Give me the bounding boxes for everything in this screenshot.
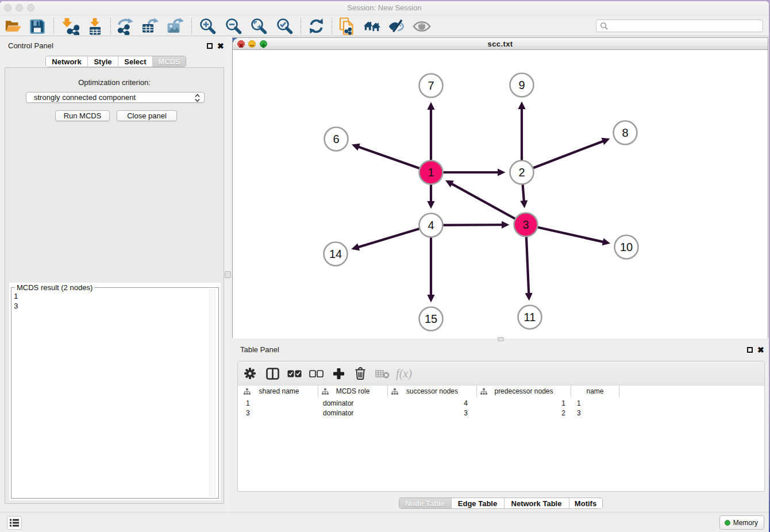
fx-icon: f(x) <box>396 367 412 380</box>
toolbar-separator <box>110 18 111 34</box>
home-icon <box>363 19 382 34</box>
table-cell-r0-c1[interactable]: dominator <box>323 399 388 408</box>
zoom-out-button[interactable] <box>223 17 244 35</box>
column-header-successor-nodes[interactable]: successor nodes <box>388 385 477 397</box>
status-bar: Memory <box>0 512 769 532</box>
table-panel-float-button[interactable] <box>747 347 753 353</box>
table-cell-r1-c0[interactable]: 3 <box>246 408 318 418</box>
table-panel: Table Panel ✖ <box>232 342 769 512</box>
export-network-button[interactable] <box>115 17 136 35</box>
export-image-button[interactable] <box>165 17 186 35</box>
eye-slash-icon <box>388 19 406 34</box>
import-network-button[interactable] <box>60 17 81 35</box>
graph-node-label-11: 11 <box>524 311 536 323</box>
table-cell-r1-c3[interactable]: 2 <box>477 408 565 418</box>
criterion-select[interactable]: strongly connected component <box>26 92 205 103</box>
zoom-in-button[interactable] <box>197 17 218 35</box>
control-panel-float-button[interactable] <box>207 43 213 49</box>
search-input[interactable] <box>596 20 763 32</box>
result-scrollbar[interactable] <box>209 289 215 497</box>
table-cell-r1-c1[interactable]: dominator <box>323 408 388 418</box>
export-table-button[interactable] <box>140 17 160 35</box>
mcds-result-text[interactable]: 1 3 <box>14 291 18 311</box>
criterion-value: strongly connected component <box>34 93 136 102</box>
tab-style[interactable]: Style <box>87 56 118 67</box>
graph-node-label-7: 7 <box>428 79 434 92</box>
tab-network-table[interactable]: Network Table <box>504 498 569 508</box>
task-history-button[interactable] <box>7 516 22 530</box>
table-cell-r0-c3[interactable]: 1 <box>477 399 565 408</box>
graph-node-label-10: 10 <box>620 241 633 253</box>
import-table-icon <box>86 18 103 35</box>
import-table-button[interactable] <box>84 17 105 35</box>
deselect-all-button[interactable] <box>306 364 326 383</box>
tab-motifs[interactable]: Motifs <box>569 498 602 508</box>
home-view-button[interactable] <box>362 17 383 35</box>
memory-button[interactable]: Memory <box>719 515 764 530</box>
table-cell-r0-c0[interactable]: 1 <box>246 399 318 408</box>
control-panel-tabs: NetworkStyleSelectMCDS <box>45 56 186 67</box>
hide-selected-button[interactable] <box>387 17 407 35</box>
edge-arrow-3-11 <box>525 293 533 301</box>
tab-node-table[interactable]: Node Table <box>399 498 451 508</box>
splitter-grip[interactable] <box>225 271 231 278</box>
select-all-button[interactable] <box>284 364 304 383</box>
column-header-name[interactable]: name <box>571 385 619 397</box>
application-window: Session: New Session <box>0 1 769 532</box>
graph-node-label-4: 4 <box>428 219 434 232</box>
graph-node-label-8: 8 <box>622 126 628 139</box>
memory-label: Memory <box>733 519 758 527</box>
close-panel-button[interactable]: Close panel <box>117 110 177 121</box>
add-row-button[interactable] <box>329 364 348 383</box>
node-table-container: f(x) shared nameMCDS rolesuccessor nodes… <box>237 361 765 492</box>
zoom-selected-icon <box>276 18 293 35</box>
horizontal-splitter-grip[interactable] <box>498 337 504 341</box>
table-cell-r1-c2[interactable]: 3 <box>388 408 468 418</box>
table-cell-r0-c4[interactable]: 1 <box>577 399 619 408</box>
window-title: Session: New Session <box>0 3 769 12</box>
save-session-button[interactable] <box>27 17 48 35</box>
run-mcds-button[interactable]: Run MCDS <box>55 110 110 121</box>
column-header-predecessor-nodes[interactable]: predecessor nodes <box>477 385 571 397</box>
network-canvas[interactable]: 1234678910111415 <box>233 51 768 338</box>
show-columns-button[interactable] <box>263 364 282 383</box>
edge-arrow-1-6 <box>352 144 360 151</box>
edge-arrow-4-15 <box>427 295 434 303</box>
refresh-button[interactable] <box>306 17 326 35</box>
function-builder-button[interactable]: f(x) <box>392 364 416 383</box>
window-titlebar: Session: New Session <box>0 1 769 16</box>
network-frame-titlebar[interactable]: scc.txt <box>233 38 768 50</box>
control-panel-close-button[interactable]: ✖ <box>217 43 224 49</box>
vertical-splitter[interactable] <box>224 36 232 512</box>
show-all-button[interactable] <box>411 17 432 35</box>
edge-2-8[interactable] <box>522 141 603 172</box>
table-cell-r0-c2[interactable]: 4 <box>388 399 468 408</box>
network-file-icon <box>339 17 356 36</box>
optimization-criterion-label: Optimization criterion: <box>5 78 224 87</box>
tab-network[interactable]: Network <box>46 56 87 67</box>
search-icon <box>600 22 609 30</box>
graph-node-label-3: 3 <box>522 218 529 231</box>
tab-edge-table[interactable]: Edge Table <box>451 498 504 508</box>
tab-mcds[interactable]: MCDS <box>152 56 186 67</box>
graph-node-label-14: 14 <box>329 248 342 260</box>
edge-arrow-1-4 <box>427 201 434 209</box>
table-cell-r1-c4[interactable]: 3 <box>577 408 619 418</box>
table-options-button[interactable] <box>240 364 260 383</box>
zoom-fit-icon <box>250 18 267 35</box>
table-panel-close-button[interactable]: ✖ <box>757 347 764 353</box>
trash-icon <box>355 367 366 380</box>
new-network-from-file-button[interactable] <box>337 17 358 35</box>
mcds-tab-content: Optimization criterion: strongly connect… <box>5 67 224 504</box>
delete-row-button[interactable] <box>351 364 370 383</box>
column-header-MCDS-role[interactable]: MCDS role <box>318 385 388 397</box>
open-file-button[interactable] <box>3 17 24 35</box>
edge-3-1[interactable] <box>452 184 526 225</box>
zoom-fit-button[interactable] <box>248 17 269 35</box>
tab-select[interactable]: Select <box>118 56 152 67</box>
export-network-icon <box>117 18 134 35</box>
table-panel-title: Table Panel <box>240 345 279 354</box>
column-header-shared-name[interactable]: shared name <box>240 385 318 397</box>
delete-column-button[interactable] <box>372 364 392 383</box>
zoom-selected-button[interactable] <box>274 17 295 35</box>
